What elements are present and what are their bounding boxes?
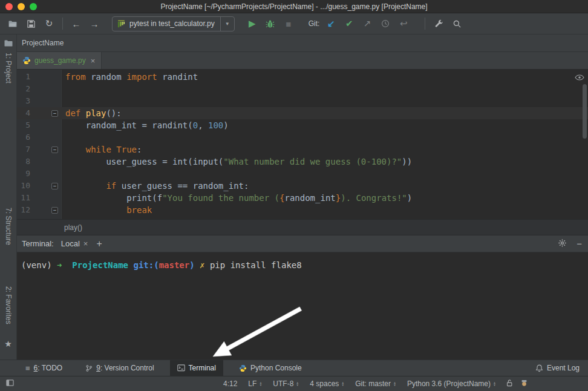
terminal-prompt: (venv) ➜ ProjectName git:(master) ✗ pip … — [21, 260, 588, 270]
fold-marker[interactable]: − — [35, 204, 62, 216]
open-button[interactable] — [5, 16, 21, 31]
line-number: 5 — [17, 119, 35, 131]
code-line: 1from random import randint — [17, 71, 588, 83]
caret-position-widget[interactable]: 4:12 — [223, 380, 237, 388]
breadcrumb-function[interactable]: play() — [64, 223, 82, 232]
back-button[interactable]: ← — [68, 16, 84, 31]
hide-terminal-button[interactable]: − — [577, 238, 582, 249]
code-text: break — [65, 204, 152, 216]
close-icon[interactable]: × — [83, 239, 88, 248]
fold-marker[interactable]: − — [35, 107, 62, 119]
star-icon[interactable]: ★ — [4, 339, 12, 349]
git-push-button[interactable]: ↗ — [359, 16, 375, 31]
fold-marker[interactable]: − — [35, 143, 62, 156]
debug-button[interactable] — [263, 16, 278, 31]
chevron-down-icon[interactable]: ▼ — [220, 17, 230, 31]
tab-guess-game[interactable]: guess_game.py × — [17, 52, 102, 69]
line-number: 7 — [17, 143, 35, 156]
chevron-updown-icon: ▲▼ — [296, 381, 299, 386]
minimize-window-button[interactable] — [18, 3, 25, 10]
forward-button[interactable]: → — [87, 16, 102, 31]
toolwindow-button-python-console[interactable]: Python Console — [232, 360, 309, 376]
terminal-tab-label: Local — [61, 239, 80, 248]
line-number: 8 — [17, 156, 35, 168]
interpreter-widget[interactable]: Python 3.6 (ProjectName)▲▼ — [407, 380, 496, 388]
fold-spacer — [35, 119, 62, 131]
toolbar-separator — [62, 18, 63, 30]
line-number: 11 — [17, 192, 35, 204]
git-commit-button[interactable]: ✔ — [341, 16, 357, 31]
python-console-icon — [239, 364, 247, 372]
fold-spacer — [35, 168, 62, 180]
update-project-icon: ↙ — [327, 18, 335, 29]
sync-button[interactable]: ↻ — [41, 16, 57, 31]
write-access-button[interactable] — [506, 379, 513, 389]
toolwindow-button-todo[interactable]: ≡ 6: TODO — [18, 360, 70, 376]
tab-filename: guess_game.py — [34, 56, 86, 65]
toggle-toolwindows-button[interactable] — [6, 379, 14, 389]
editor-terminal-column: ProjectName guess_game.py × 1from random… — [17, 34, 588, 360]
pytest-icon — [117, 20, 125, 28]
search-everywhere-button[interactable] — [449, 16, 465, 31]
zoom-window-button[interactable] — [30, 3, 37, 10]
back-arrow-icon: ← — [72, 19, 81, 29]
toolwindow-button-event-log[interactable]: Event Log — [527, 360, 588, 376]
settings-wrench-button[interactable] — [431, 16, 446, 31]
close-window-button[interactable] — [5, 3, 13, 10]
statusbar: 4:12 LF▲▼ UTF-8▲▼ 4 spaces▲▼ Git: master… — [0, 376, 588, 391]
highlighting-level-button[interactable] — [520, 379, 528, 389]
terminal-output[interactable]: (venv) ➜ ProjectName git:(master) ✗ pip … — [17, 252, 588, 360]
python-file-icon — [22, 56, 31, 65]
new-terminal-button[interactable]: + — [96, 238, 102, 249]
clock-icon — [381, 19, 390, 28]
version-control-label: 9: Version Control — [96, 364, 154, 372]
fold-spacer — [35, 95, 62, 107]
encoding-widget[interactable]: UTF-8▲▼ — [273, 380, 299, 388]
close-icon[interactable]: × — [91, 56, 96, 65]
run-icon: ▶ — [249, 18, 256, 29]
code-editor[interactable]: 1from random import randint234−def play(… — [17, 70, 588, 219]
statusbar-icons — [506, 379, 528, 389]
terminal-tab-local[interactable]: Local × — [61, 239, 88, 248]
git-branch-widget[interactable]: Git: master▲▼ — [355, 380, 396, 388]
chevron-updown-icon: ▲▼ — [393, 381, 396, 386]
stop-button[interactable]: ■ — [281, 16, 296, 31]
sidebar-item-project[interactable]: 1: Project — [4, 53, 13, 84]
fold-spacer — [35, 156, 62, 168]
line-separator-widget[interactable]: LF▲▼ — [248, 380, 262, 388]
fold-marker[interactable]: − — [35, 180, 62, 192]
code-line: 9 — [17, 168, 588, 180]
toolwindow-button-version-control[interactable]: 9: Version Control — [78, 360, 161, 376]
save-button[interactable] — [23, 16, 39, 31]
traffic-lights — [5, 3, 37, 10]
git-update-button[interactable]: ↙ — [323, 16, 339, 31]
toolwindow-toggle-icon — [6, 379, 14, 387]
line-number: 1 — [17, 71, 35, 83]
todo-list-icon: ≡ — [25, 364, 30, 373]
line-number: 10 — [17, 180, 35, 192]
code-line: 12− break — [17, 204, 588, 216]
code-text: print(f"You found the number ({random_in… — [65, 192, 412, 204]
sync-icon: ↻ — [45, 18, 53, 29]
breadcrumb-project[interactable]: ProjectName — [22, 39, 64, 47]
run-button[interactable]: ▶ — [244, 16, 260, 31]
titlebar: ProjectName [~/PycharmProjects/ProjectNa… — [0, 0, 588, 13]
git-history-button[interactable] — [377, 16, 393, 31]
terminal-settings-button[interactable] — [558, 238, 567, 249]
code-line: 3 — [17, 95, 588, 107]
sidebar-item-structure[interactable]: 7: Structure — [4, 208, 13, 245]
fold-spacer — [35, 192, 62, 204]
sidebar-item-favorites[interactable]: 2: Favorites — [4, 286, 13, 324]
python-console-label: Python Console — [250, 364, 302, 372]
toolwindow-button-terminal[interactable]: Terminal — [170, 360, 223, 376]
navigation-bar: ProjectName — [17, 34, 588, 52]
project-folder-icon[interactable] — [4, 39, 13, 50]
indent-widget[interactable]: 4 spaces▲▼ — [310, 380, 344, 388]
code-line: 2 — [17, 83, 588, 95]
terminal-header: Terminal: Local × + − — [17, 235, 588, 252]
git-rollback-button[interactable]: ↩ — [396, 16, 411, 31]
code-text: random_int = randint(0, 100) — [65, 119, 229, 131]
editor-scrollbar[interactable] — [583, 84, 587, 139]
inspections-eye-icon[interactable] — [575, 73, 584, 82]
run-configuration-selector[interactable]: pytest in test_calculator.py ▼ — [112, 16, 235, 31]
